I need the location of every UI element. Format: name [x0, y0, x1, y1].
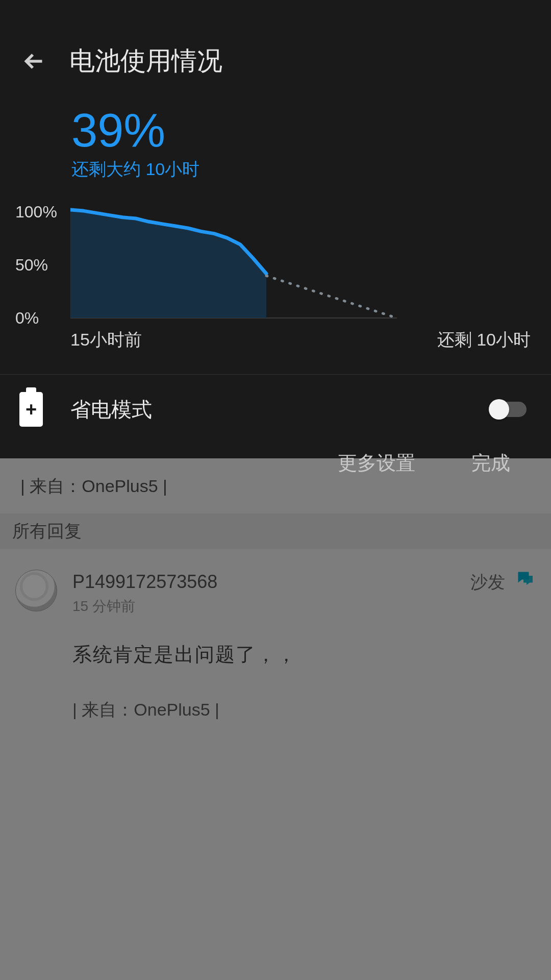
- y-tick-100: 100%: [15, 203, 57, 222]
- battery-saver-icon: +: [19, 392, 43, 427]
- arrow-left-icon: [22, 50, 45, 72]
- toggle-knob: [489, 399, 509, 420]
- back-button[interactable]: [20, 48, 47, 75]
- x-start-label: 15小时前: [70, 328, 142, 352]
- more-settings-button[interactable]: 更多设置: [338, 450, 415, 476]
- reply-text: 系统肯定是出问题了，，: [72, 642, 536, 668]
- battery-panel: 电池使用情况 39% 还剩大约 10小时 100% 50% 0% 15小时前 还…: [0, 0, 551, 458]
- reply-username: P1499172573568: [72, 571, 217, 593]
- avatar: [15, 570, 57, 611]
- reply-item: P1499172573568 15 分钟前 沙发 系统肯定是出问题了，， | 来…: [0, 549, 551, 737]
- battery-saver-label: 省电模式: [70, 396, 152, 424]
- reply-device-line: | 来自：OnePlus5 |: [72, 698, 536, 722]
- battery-chart[interactable]: 100% 50% 0% 15小时前 还剩 10小时: [0, 207, 551, 352]
- battery-saver-toggle[interactable]: [491, 402, 527, 417]
- x-end-label: 还剩 10小时: [437, 328, 531, 352]
- battery-percent: 39%: [71, 107, 480, 154]
- replies-header: 所有回复: [0, 513, 551, 549]
- battery-chart-svg: [70, 207, 397, 320]
- battery-remaining: 还剩大约 10小时: [71, 158, 480, 181]
- y-tick-0: 0%: [15, 309, 39, 328]
- svg-line-4: [266, 276, 397, 318]
- panel-actions: 更多设置 完成: [0, 440, 551, 476]
- reply-floor-badge: 沙发: [470, 571, 505, 594]
- done-button[interactable]: 完成: [471, 450, 510, 476]
- y-tick-50: 50%: [15, 256, 48, 275]
- reply-icon: [514, 570, 536, 588]
- battery-saver-row[interactable]: + 省电模式: [0, 375, 551, 440]
- page-title: 电池使用情况: [69, 44, 222, 78]
- battery-summary[interactable]: 39% 还剩大约 10小时: [0, 96, 551, 186]
- panel-header: 电池使用情况: [0, 0, 551, 96]
- reply-time: 15 分钟前: [72, 597, 217, 616]
